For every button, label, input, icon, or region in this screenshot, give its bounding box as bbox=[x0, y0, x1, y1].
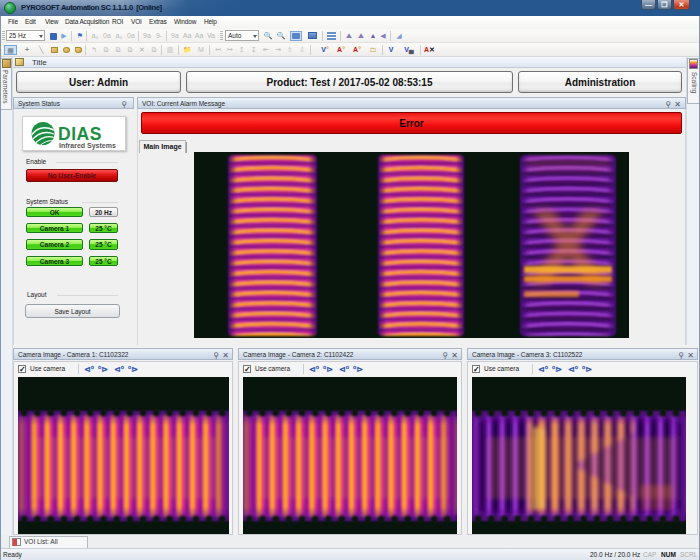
svg-text:Infrared Systems: Infrared Systems bbox=[59, 142, 116, 150]
svg-text:DIAS: DIAS bbox=[58, 124, 102, 144]
